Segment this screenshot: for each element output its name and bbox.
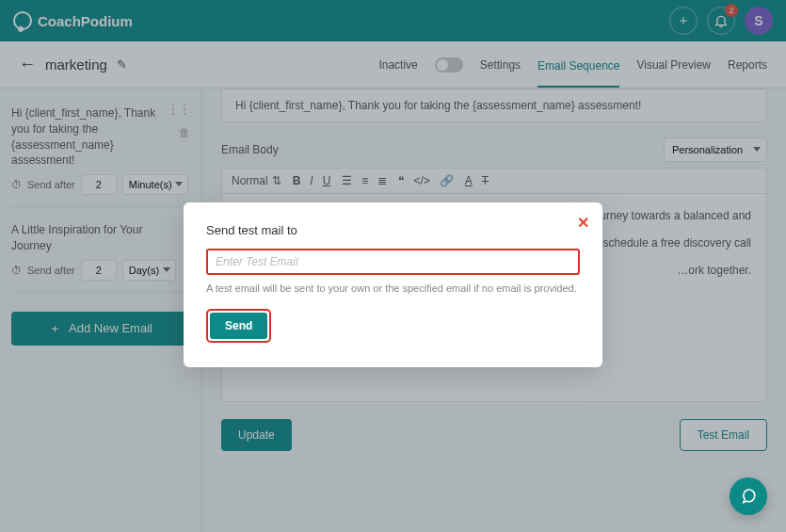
close-icon[interactable]: ✕ xyxy=(577,214,589,232)
test-email-modal: ✕ Send test mail to A test email will be… xyxy=(184,202,602,367)
test-email-input[interactable] xyxy=(206,249,580,275)
modal-hint: A test email will be sent to your own or… xyxy=(206,282,580,294)
help-fab[interactable] xyxy=(730,477,767,515)
chat-icon xyxy=(740,488,757,505)
send-button[interactable]: Send xyxy=(210,313,267,339)
modal-title: Send test mail to xyxy=(206,223,580,237)
send-button-highlight: Send xyxy=(206,309,271,343)
modal-overlay[interactable]: ✕ Send test mail to A test email will be… xyxy=(0,0,786,532)
